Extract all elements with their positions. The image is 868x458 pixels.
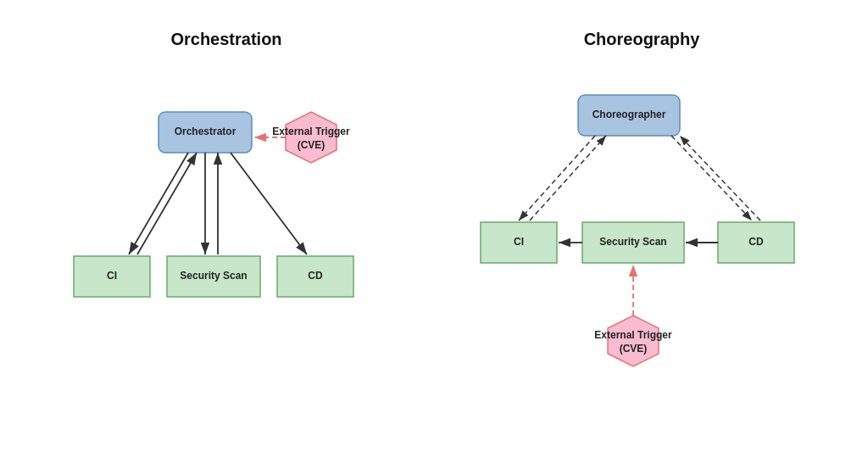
orch-to-ci-arrow	[129, 153, 188, 254]
ci-to-orch-arrow	[137, 153, 197, 254]
orch-to-cd-arrow	[231, 153, 307, 254]
ci-label-orch: CI	[107, 270, 117, 282]
choreo-to-cd-dashed	[671, 136, 752, 221]
orchestrator-node: Orchestrator	[159, 112, 252, 153]
cd-node-choreo: CD	[718, 222, 794, 263]
cd-to-choreo-dashed	[680, 136, 760, 221]
ci-node-orch: CI	[74, 256, 150, 297]
choreographer-label: Choreographer	[593, 109, 666, 120]
orchestrator-label: Orchestrator	[175, 126, 236, 137]
security-scan-label-orch: Security Scan	[180, 270, 247, 282]
diagram-container: Orchestration Orchestrator	[19, 13, 849, 445]
choreo-to-ci-dashed	[519, 136, 595, 221]
security-scan-node-choreo: Security Scan	[582, 222, 684, 263]
choreography-diagram: Choreography Choreographer CI	[455, 30, 828, 409]
external-trigger-label-orch: External Trigger	[272, 126, 350, 137]
orchestration-svg: Orchestrator External Trigger (CVE) CI S…	[40, 70, 413, 358]
security-scan-node-orch: Security Scan	[167, 256, 260, 297]
cd-label-choreo: CD	[748, 236, 764, 248]
orchestration-title: Orchestration	[170, 30, 281, 49]
ci-node-choreo: CI	[481, 222, 557, 263]
choreographer-node: Choreographer	[578, 95, 680, 136]
choreography-title: Choreography	[584, 30, 700, 49]
security-scan-label-choreo: Security Scan	[599, 236, 666, 248]
ci-label-choreo: CI	[514, 236, 524, 248]
cd-label-orch: CD	[308, 270, 323, 282]
ext-trigger-cve-choreo: (CVE)	[620, 343, 648, 355]
external-trigger-node-choreo: External Trigger (CVE)	[594, 316, 672, 366]
ci-to-choreo-dashed	[530, 136, 606, 221]
orchestration-diagram: Orchestration Orchestrator	[40, 30, 413, 358]
cd-node-orch: CD	[277, 256, 353, 297]
external-trigger-cve-orch: (CVE)	[298, 139, 326, 151]
ext-trigger-label-choreo: External Trigger	[594, 329, 672, 341]
choreography-svg: Choreographer CI Security Scan CD Extern…	[455, 70, 828, 409]
